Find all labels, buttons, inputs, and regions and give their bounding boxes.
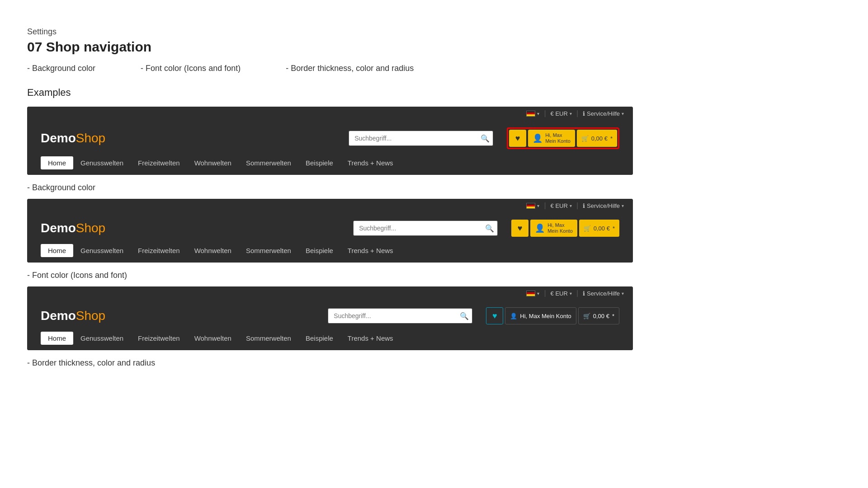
service-chevron-2: ▾ — [622, 203, 624, 208]
wishlist-button-1[interactable]: ♥ — [509, 130, 526, 147]
wishlist-button-3[interactable]: ♥ — [486, 307, 503, 324]
currency-2[interactable]: € EUR ▾ — [551, 202, 572, 209]
nav-wohn-1[interactable]: Wohnwelten — [187, 156, 239, 169]
currency-chevron-3: ▾ — [570, 291, 572, 296]
account-button-1[interactable]: 👤 Hi, Max Mein Konto — [528, 130, 575, 147]
example-3: ▾ | € EUR ▾ | ℹ Service/Hilfe ▾ DemoShop… — [27, 286, 633, 350]
logo-2: DemoShop — [41, 221, 105, 235]
cart-icon-3: 🛒 — [583, 313, 590, 319]
nav-sommer-2[interactable]: Sommerwelten — [239, 244, 298, 257]
nav-bar-2: Home Genusswelten Freizeitwelten Wohnwel… — [27, 244, 633, 263]
flag-chevron-2: ▾ — [537, 203, 539, 208]
nav-freizeit-1[interactable]: Freizeitwelten — [131, 156, 187, 169]
account-button-2[interactable]: 👤 Hi, Max Mein Konto — [530, 220, 577, 237]
account-icon-2: 👤 — [535, 223, 545, 233]
nav-trends-2[interactable]: Trends + News — [340, 244, 401, 257]
currency-1[interactable]: € EUR ▾ — [551, 110, 572, 117]
nav-home-3[interactable]: Home — [41, 332, 73, 345]
top-bar-3: ▾ | € EUR ▾ | ℹ Service/Hilfe ▾ — [27, 286, 633, 300]
cart-button-1[interactable]: 🛒 0,00 € * — [577, 130, 617, 147]
nav-sommer-1[interactable]: Sommerwelten — [239, 156, 298, 169]
label-bg-color: - Background color — [27, 183, 841, 192]
nav-trends-3[interactable]: Trends + News — [340, 332, 401, 345]
nav-trends-1[interactable]: Trends + News — [340, 156, 401, 169]
feature-border: - Border thickness, color and radius — [286, 64, 414, 73]
label-border: - Border thickness, color and radius — [27, 358, 841, 368]
nav-bar-1: Home Genusswelten Freizeitwelten Wohnwel… — [27, 156, 633, 175]
account-text-1: Hi, Max Mein Konto — [545, 132, 571, 144]
wishlist-button-2[interactable]: ♥ — [511, 220, 528, 237]
search-icon-3: 🔍 — [460, 312, 469, 320]
nav-genuss-1[interactable]: Genusswelten — [73, 156, 131, 169]
top-bar-1: ▾ | € EUR ▾ | ℹ Service/Hilfe ▾ — [27, 107, 633, 120]
action-buttons-3: ♥ 👤 Hi, Max Mein Konto 🛒 0,00 € * — [486, 307, 619, 324]
account-text-3: Hi, Max Mein Konto — [520, 313, 571, 319]
cart-icon-2: 🛒 — [584, 225, 591, 232]
top-bar-2: ▾ | € EUR ▾ | ℹ Service/Hilfe ▾ — [27, 199, 633, 212]
account-icon-3: 👤 — [510, 313, 517, 319]
nav-bar-3: Home Genusswelten Freizeitwelten Wohnwel… — [27, 332, 633, 350]
flag-chevron-3: ▾ — [537, 291, 539, 296]
feature-font-color: - Font color (Icons and font) — [141, 64, 241, 73]
separator-4: | — [576, 202, 578, 210]
service-chevron-3: ▾ — [622, 291, 624, 296]
header-area-1: DemoShop 🔍 ♥ 👤 Hi, Max Mein Konto 🛒 0,00… — [27, 120, 633, 156]
nav-home-1[interactable]: Home — [41, 156, 73, 169]
separator-3: | — [544, 202, 546, 210]
nav-beispiele-2[interactable]: Beispiele — [298, 244, 340, 257]
cart-star-2: * — [613, 225, 615, 232]
cart-price-3: 0,00 € — [593, 313, 609, 319]
example-2: ▾ | € EUR ▾ | ℹ Service/Hilfe ▾ DemoShop… — [27, 199, 633, 263]
feature-bg-color: - Background color — [27, 64, 95, 73]
cart-price-2: 0,00 € — [594, 225, 610, 232]
currency-3[interactable]: € EUR ▾ — [551, 290, 572, 297]
action-buttons-2: ♥ 👤 Hi, Max Mein Konto 🛒 0,00 € * — [511, 220, 619, 237]
search-input-2[interactable] — [353, 221, 498, 236]
separator-1: | — [544, 109, 546, 117]
example-1: ▾ | € EUR ▾ | ℹ Service/Hilfe ▾ DemoShop… — [27, 107, 633, 175]
nav-wohn-3[interactable]: Wohnwelten — [187, 332, 239, 345]
currency-chevron-2: ▾ — [570, 203, 572, 208]
account-button-3[interactable]: 👤 Hi, Max Mein Konto — [505, 307, 576, 324]
feature-list: - Background color - Font color (Icons a… — [27, 64, 841, 73]
nav-genuss-2[interactable]: Genusswelten — [73, 244, 131, 257]
nav-freizeit-3[interactable]: Freizeitwelten — [131, 332, 187, 345]
flag-chevron-1: ▾ — [537, 111, 539, 116]
separator-2: | — [576, 109, 578, 117]
flag-de-1[interactable]: ▾ — [526, 111, 539, 117]
header-area-2: DemoShop 🔍 ♥ 👤 Hi, Max Mein Konto 🛒 0,00… — [27, 212, 633, 244]
logo-1: DemoShop — [41, 131, 105, 145]
cart-button-2[interactable]: 🛒 0,00 € * — [579, 220, 619, 237]
search-input-1[interactable] — [349, 131, 493, 146]
cart-icon-1: 🛒 — [581, 135, 589, 142]
cart-price-1: 0,00 € — [591, 135, 608, 142]
search-box-3: 🔍 — [328, 308, 472, 324]
separator-5: | — [544, 289, 546, 297]
currency-chevron-1: ▾ — [570, 111, 572, 116]
service-1[interactable]: ℹ Service/Hilfe ▾ — [583, 110, 624, 117]
label-font-color: - Font color (Icons and font) — [27, 271, 841, 280]
nav-freizeit-2[interactable]: Freizeitwelten — [131, 244, 187, 257]
nav-sommer-3[interactable]: Sommerwelten — [239, 332, 298, 345]
cart-button-3[interactable]: 🛒 0,00 € * — [578, 307, 619, 324]
search-input-3[interactable] — [328, 308, 472, 324]
account-icon-1: 👤 — [533, 133, 542, 143]
action-buttons-highlighted-1: ♥ 👤 Hi, Max Mein Konto 🛒 0,00 € * — [507, 127, 619, 149]
nav-home-2[interactable]: Home — [41, 244, 73, 257]
account-text-2: Hi, Max Mein Konto — [547, 222, 573, 234]
logo-3: DemoShop — [41, 309, 105, 323]
flag-de-2[interactable]: ▾ — [526, 203, 539, 209]
nav-genuss-3[interactable]: Genusswelten — [73, 332, 131, 345]
nav-wohn-2[interactable]: Wohnwelten — [187, 244, 239, 257]
nav-beispiele-1[interactable]: Beispiele — [298, 156, 340, 169]
separator-6: | — [576, 289, 578, 297]
page-title: 07 Shop navigation — [27, 39, 841, 55]
search-icon-1: 🔍 — [481, 134, 490, 143]
service-chevron-1: ▾ — [622, 111, 624, 116]
flag-de-3[interactable]: ▾ — [526, 291, 539, 296]
service-2[interactable]: ℹ Service/Hilfe ▾ — [583, 202, 624, 209]
cart-star-1: * — [610, 135, 613, 142]
service-3[interactable]: ℹ Service/Hilfe ▾ — [583, 290, 624, 297]
cart-star-3: * — [612, 313, 614, 319]
nav-beispiele-3[interactable]: Beispiele — [298, 332, 340, 345]
